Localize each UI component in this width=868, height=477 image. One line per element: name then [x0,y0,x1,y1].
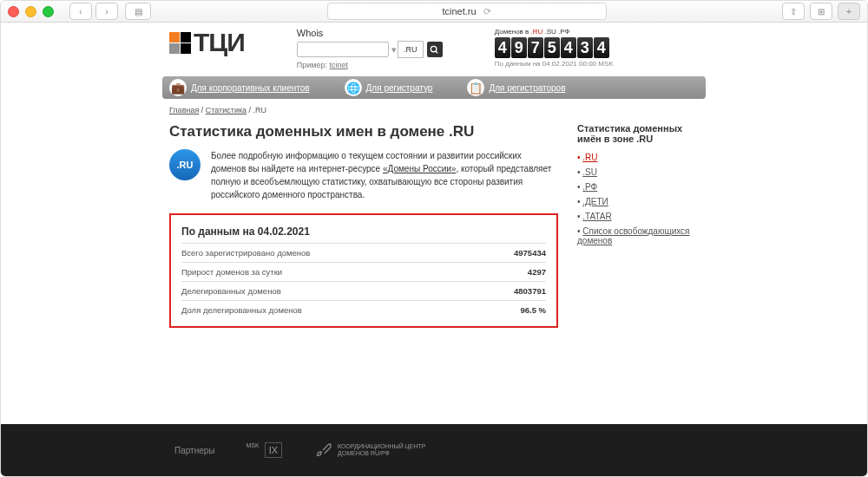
stat-label: Доля делегированных доменов [181,305,302,315]
search-icon [430,45,439,55]
counter-legend: Доменов в .RU .SU .РФ [495,28,570,36]
url-text: tcinet.ru [442,6,476,16]
domain-counter: Доменов в .RU .SU .РФ 4975434 По данным … [495,28,614,68]
breadcrumb-link[interactable]: Главная [169,106,199,114]
logo[interactable]: ТЦИ [169,28,245,57]
partner-mskix[interactable]: MSK IX [247,442,283,458]
intro-text: Более подробную информацию о текущем сос… [211,149,558,201]
nav-icon: 🌐 [345,79,362,96]
whois-example: Пример: tcinet [297,61,443,69]
partner-cctld[interactable]: КООРДИНАЦИОННЫЙ ЦЕНТР ДОМЕНОВ RU/РФ [313,441,425,460]
address-bar[interactable]: tcinet.ru ⟳ [327,3,607,20]
logo-icon [169,32,191,54]
main-column: Статистика доменных имен в домене .RU .R… [169,120,558,328]
stat-value: 4297 [528,267,546,277]
sidebar-item[interactable]: • .TATAR [577,212,699,221]
nav-icon: 💼 [169,79,187,96]
back-button[interactable]: ‹ [69,3,92,20]
forward-button[interactable]: › [95,3,118,20]
counter-digit: 4 [594,37,609,58]
content-area: Статистика доменных имен в домене .RU .R… [169,120,699,328]
safari-window: ‹ › ▤ tcinet.ru ⟳ ⇪ ⊞ + ТЦИ Whois [0,0,868,477]
whois-form: Whois ▾ .RU Пример: tcinet [297,28,443,69]
whois-label: Whois [297,28,443,38]
main-nav: 💼Для корпоративных клиентов🌐Для регистра… [162,76,706,99]
nav-item[interactable]: 💼Для корпоративных клиентов [169,79,310,96]
titlebar: ‹ › ▤ tcinet.ru ⟳ ⇪ ⊞ + [1,1,867,23]
search-button[interactable] [427,42,443,57]
nav-icon: 📋 [467,79,484,96]
stats-heading: По данным на 04.02.2021 [181,225,546,238]
minimize-icon[interactable] [25,6,36,17]
reload-icon[interactable]: ⟳ [483,6,491,17]
svg-line-1 [436,50,437,52]
counter-digit: 4 [495,37,510,58]
counter-digit: 3 [577,37,593,58]
tld-select[interactable]: .RU [398,41,424,58]
newtab-button[interactable]: + [838,3,860,20]
stat-label: Всего зарегистрировано доменов [181,248,310,258]
sidebar-item[interactable]: • .RU [577,153,699,162]
share-button[interactable]: ⇪ [782,3,805,20]
stats-box: По данным на 04.02.2021 Всего зарегистри… [169,213,558,328]
stat-value: 4803791 [514,286,546,296]
site-footer: Партнеры MSK IX КООРДИНАЦИОННЫЙ ЦЕНТР ДО… [1,424,867,476]
counter-digit: 4 [561,37,576,58]
stat-row: Доля делегированных доменов96.5 % [181,300,546,319]
rocket-icon [313,441,332,460]
stat-label: Делегированных доменов [181,286,281,296]
sidebar-item[interactable]: • .SU [577,167,699,177]
nav-item[interactable]: 📋Для регистраторов [467,79,565,96]
traffic-lights [8,6,54,17]
whois-input[interactable] [297,42,389,57]
site-header: ТЦИ Whois ▾ .RU Пример: tcinet Доменов в… [169,28,699,69]
sidebar-item[interactable]: • Список освобождающихся доменов [577,226,699,245]
maximize-icon[interactable] [43,6,54,17]
svg-point-0 [431,46,437,51]
mskix-icon: IX [265,442,282,458]
ru-badge-icon: .RU [169,149,201,180]
logo-text: ТЦИ [194,28,245,57]
intro-block: .RU Более подробную информацию о текущем… [169,149,558,201]
page-content: ТЦИ Whois ▾ .RU Пример: tcinet Доменов в… [1,23,867,425]
breadcrumb-link[interactable]: Статистика [206,106,247,114]
nav-item[interactable]: 🌐Для регистратур [345,79,433,96]
dropdown-icon[interactable]: ▾ [391,44,398,56]
stat-label: Прирост доменов за сутки [181,267,282,277]
breadcrumb-current: .RU [253,106,267,114]
counter-digit: 5 [544,37,560,58]
sidebar-item[interactable]: • .РФ [577,182,699,192]
sidebar-item[interactable]: • .ДЕТИ [577,197,699,206]
nav-buttons: ‹ › [69,3,118,20]
page-title: Статистика доменных имен в домене .RU [169,123,558,140]
tabs-button[interactable]: ⊞ [810,3,832,20]
counter-timestamp: По данным на 04.02.2021 00:00 MSK [495,60,614,68]
sidebar-button[interactable]: ▤ [125,3,151,20]
stat-row: Всего зарегистрировано доменов4975434 [181,243,546,262]
breadcrumb: Главная / Статистика / .RU [169,106,699,114]
counter-digit: 9 [511,37,527,58]
stat-value: 96.5 % [520,305,546,315]
stat-row: Прирост доменов за сутки4297 [181,262,546,281]
sidebar: Статистика доменных имён в зоне .RU • .R… [577,120,699,328]
partners-label: Партнеры [174,446,215,455]
close-icon[interactable] [8,6,19,17]
stat-row: Делегированных доменов4803791 [181,281,546,300]
counter-digits: 4975434 [495,37,609,58]
domains-rossii-link[interactable]: «Домены России» [383,164,456,173]
sidebar-heading: Статистика доменных имён в зоне .RU [577,123,699,144]
stat-value: 4975434 [514,248,546,258]
counter-digit: 7 [528,37,543,58]
